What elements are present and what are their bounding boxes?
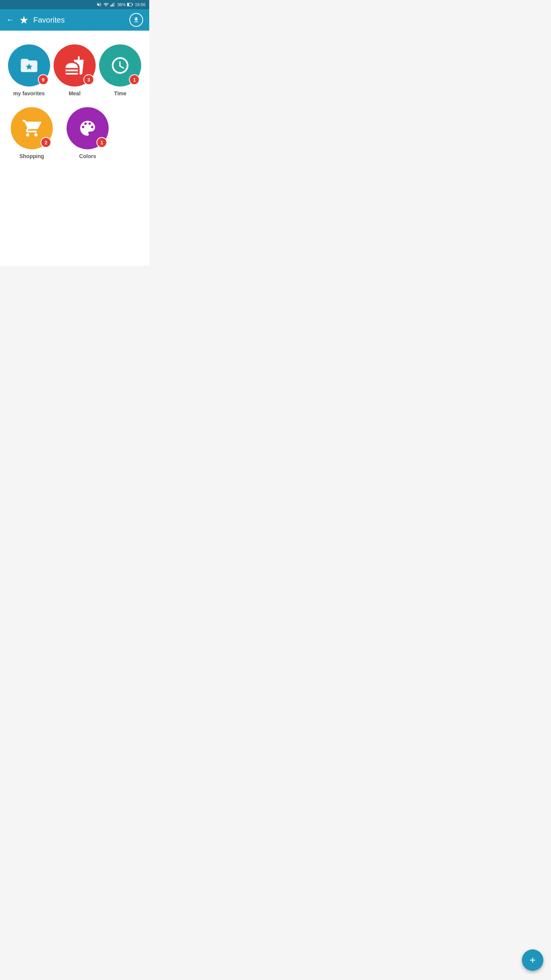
svg-rect-6 xyxy=(127,3,129,6)
status-bar: 36% 19:56 xyxy=(0,0,149,9)
meal-badge: 3 xyxy=(83,74,94,85)
svg-rect-3 xyxy=(114,2,115,7)
folder-star-icon xyxy=(19,56,39,75)
main-content: 9 my favorites 3 Meal xyxy=(0,31,149,266)
palette-icon xyxy=(78,118,98,138)
colors-badge: 1 xyxy=(96,137,107,148)
meal-label: Meal xyxy=(68,90,80,96)
download-icon xyxy=(133,16,140,23)
colors-label: Colors xyxy=(79,153,96,159)
my-favorites-label: my favorites xyxy=(13,90,44,96)
svg-rect-0 xyxy=(111,5,111,7)
status-icons: 36% 19:56 xyxy=(96,2,145,7)
category-item-shopping[interactable]: 2 Shopping xyxy=(11,107,53,159)
my-favorites-badge: 9 xyxy=(38,74,49,85)
wifi-icon xyxy=(103,2,109,7)
cutlery-icon xyxy=(65,56,85,75)
svg-rect-5 xyxy=(132,4,133,5)
shopping-circle-wrapper: 2 xyxy=(11,107,53,149)
page-title: Favorites xyxy=(33,16,125,24)
time-display: 19:56 xyxy=(135,2,145,7)
colors-circle-wrapper: 1 xyxy=(67,107,109,149)
battery-percent: 36% xyxy=(117,2,126,7)
shopping-badge: 2 xyxy=(41,137,51,148)
time-label: Time xyxy=(114,90,126,96)
app-bar: ← ★ Favorites xyxy=(0,9,149,31)
category-item-colors[interactable]: 1 Colors xyxy=(67,107,109,159)
cart-icon xyxy=(22,118,42,138)
clock-icon xyxy=(110,56,130,75)
category-item-meal[interactable]: 3 Meal xyxy=(54,44,96,96)
star-icon: ★ xyxy=(19,14,29,26)
signal-icon xyxy=(110,2,116,7)
meal-circle-wrapper: 3 xyxy=(54,44,96,87)
time-badge: 1 xyxy=(129,74,140,85)
mute-icon xyxy=(96,2,102,7)
my-favorites-circle-wrapper: 9 xyxy=(8,44,50,87)
category-item-my-favorites[interactable]: 9 my favorites xyxy=(8,44,50,96)
time-circle-wrapper: 1 xyxy=(99,44,141,87)
back-button[interactable]: ← xyxy=(6,15,15,25)
battery-icon xyxy=(127,2,133,7)
shopping-label: Shopping xyxy=(20,153,44,159)
category-item-time[interactable]: 1 Time xyxy=(99,44,141,96)
svg-rect-1 xyxy=(112,4,112,7)
download-button[interactable] xyxy=(129,13,143,27)
svg-rect-2 xyxy=(113,3,114,7)
